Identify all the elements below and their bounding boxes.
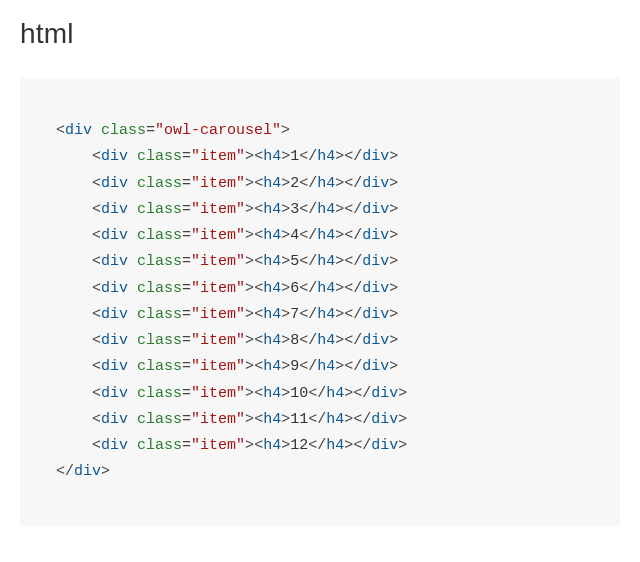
page-title: html	[20, 18, 620, 50]
code-block: <div class="owl-carousel"> <div class="i…	[20, 78, 620, 526]
code-line-open: <div class="owl-carousel">	[56, 122, 290, 139]
code-line-close: </div>	[56, 463, 110, 480]
